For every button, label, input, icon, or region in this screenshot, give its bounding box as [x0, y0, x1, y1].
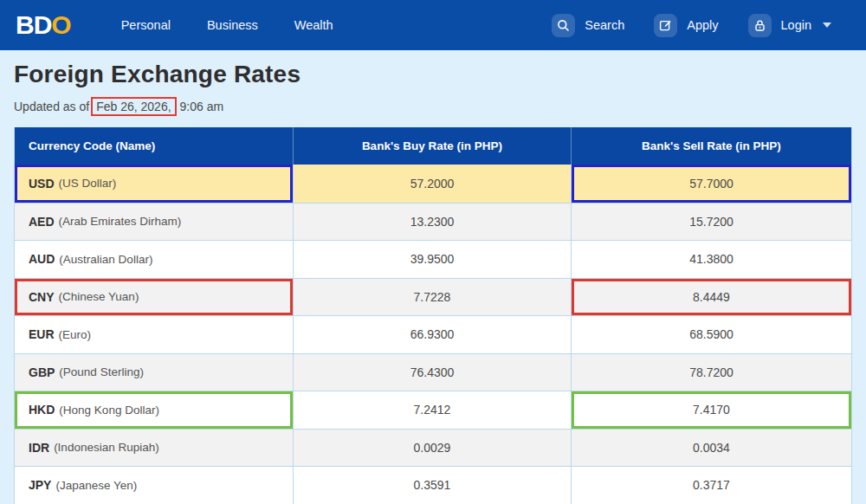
- chevron-down-icon: [823, 23, 831, 28]
- buy-rate: 39.9500: [410, 252, 455, 266]
- top-navbar: BDO Personal Business Wealth Search Appl…: [0, 0, 866, 50]
- login-button[interactable]: Login: [748, 14, 831, 37]
- sell-rate-cell: 15.7200: [572, 203, 851, 241]
- search-button[interactable]: Search: [552, 14, 624, 37]
- sell-rate-cell: 41.3800: [572, 240, 851, 278]
- currency-code: HKD: [29, 403, 55, 417]
- table-row: HKD (Hong Kong Dollar) 7.2412 7.4170: [15, 391, 851, 429]
- currency-cell: USD (US Dollar): [15, 165, 294, 203]
- buy-rate-cell: 57.2000: [294, 165, 572, 203]
- buy-rate-cell: 66.9300: [294, 315, 572, 353]
- currency-name: (Chinese Yuan): [59, 290, 139, 303]
- sell-rate-cell: 0.0034: [572, 429, 851, 467]
- updated-timestamp: Updated as of Feb 26, 2026, 9:06 am: [14, 97, 852, 116]
- header-currency-code: Currency Code (Name): [15, 127, 294, 165]
- buy-rate-cell: 39.9500: [294, 240, 572, 278]
- currency-name: (Hong Kong Dollar): [59, 404, 159, 417]
- buy-rate-cell: 0.3591: [294, 466, 572, 504]
- table-row: GBP (Pound Sterling) 76.4300 78.7200: [15, 353, 851, 391]
- sell-rate-cell: 7.4170: [572, 391, 851, 429]
- nav-item-business[interactable]: Business: [207, 18, 258, 32]
- buy-rate-cell: 76.4300: [294, 353, 572, 391]
- bdo-logo[interactable]: BDO: [16, 12, 71, 38]
- buy-rate-cell: 7.7228: [294, 278, 572, 316]
- table-body: USD (US Dollar) 57.2000 57.7000 AED (Ara…: [15, 165, 851, 504]
- sell-rate-cell: 78.7200: [572, 353, 851, 391]
- buy-rate: 66.9300: [410, 327, 455, 341]
- fx-rates-table: Currency Code (Name) Bank's Buy Rate (in…: [14, 127, 852, 504]
- currency-cell: AED (Arab Emirates Dirham): [15, 203, 294, 241]
- currency-name: (Australian Dollar): [59, 253, 152, 266]
- buy-rate-cell: 13.2300: [294, 203, 572, 241]
- buy-rate-cell: 0.0029: [294, 429, 572, 467]
- updated-time: 9:06 am: [180, 100, 224, 113]
- buy-rate: 0.0029: [414, 441, 451, 455]
- currency-code: IDR: [29, 441, 49, 455]
- currency-code: CNY: [29, 290, 55, 304]
- currency-code: AUD: [29, 252, 55, 266]
- currency-name: (Pound Sterling): [59, 365, 144, 378]
- currency-cell: HKD (Hong Kong Dollar): [15, 391, 294, 429]
- nav-item-personal[interactable]: Personal: [121, 18, 171, 32]
- currency-cell: EUR (Euro): [15, 315, 294, 353]
- currency-cell: IDR (Indonesian Rupiah): [15, 429, 294, 467]
- buy-rate-cell: 7.2412: [294, 391, 572, 429]
- lock-icon: [748, 14, 772, 37]
- buy-rate: 7.7228: [414, 290, 451, 304]
- logo-text-o: O: [51, 10, 70, 39]
- table-row: IDR (Indonesian Rupiah) 0.0029 0.0034: [15, 429, 851, 467]
- sell-rate: 15.7200: [689, 215, 734, 229]
- currency-name: (US Dollar): [59, 177, 117, 190]
- table-row: USD (US Dollar) 57.2000 57.7000: [15, 165, 851, 203]
- table-row: AED (Arab Emirates Dirham) 13.2300 15.72…: [15, 203, 851, 241]
- currency-cell: AUD (Australian Dollar): [15, 240, 294, 278]
- sell-rate-cell: 0.3717: [572, 466, 851, 504]
- currency-cell: GBP (Pound Sterling): [15, 353, 294, 391]
- currency-cell: CNY (Chinese Yuan): [15, 278, 294, 316]
- sell-rate: 41.3800: [689, 252, 734, 266]
- page-title: Foreign Exchange Rates: [14, 61, 852, 88]
- sell-rate: 7.4170: [693, 403, 730, 417]
- nav-item-wealth[interactable]: Wealth: [294, 18, 333, 32]
- sell-rate: 57.7000: [689, 177, 734, 191]
- updated-prefix: Updated as of: [14, 100, 89, 113]
- currency-name: (Euro): [59, 328, 92, 341]
- table-row: AUD (Australian Dollar) 39.9500 41.3800: [15, 240, 851, 278]
- currency-name: (Indonesian Rupiah): [54, 441, 159, 454]
- table-row: JPY (Japanese Yen) 0.3591 0.3717: [15, 466, 851, 504]
- buy-rate: 7.2412: [414, 403, 451, 417]
- search-label: Search: [585, 18, 624, 32]
- currency-name: (Japanese Yen): [55, 479, 137, 492]
- currency-name: (Arab Emirates Dirham): [59, 215, 182, 228]
- updated-date-annotation-box: Feb 26, 2026,: [91, 97, 176, 116]
- table-row: EUR (Euro) 66.9300 68.5900: [15, 315, 851, 353]
- sell-rate: 0.3717: [693, 478, 730, 492]
- nav-links: Personal Business Wealth: [121, 18, 333, 32]
- sell-rate: 68.5900: [689, 327, 734, 341]
- buy-rate: 57.2000: [410, 177, 455, 191]
- edit-icon: [654, 14, 677, 37]
- currency-code: USD: [29, 177, 55, 191]
- header-buy-rate: Bank's Buy Rate (in PHP): [294, 127, 572, 165]
- sell-rate: 0.0034: [693, 441, 730, 455]
- currency-code: JPY: [29, 478, 51, 492]
- sell-rate-cell: 57.7000: [572, 165, 851, 203]
- sell-rate-cell: 8.4449: [572, 278, 851, 316]
- search-icon: [552, 14, 575, 37]
- sell-rate: 78.7200: [689, 365, 734, 379]
- currency-code: GBP: [29, 365, 55, 379]
- page-content: Foreign Exchange Rates Updated as of Feb…: [0, 50, 866, 504]
- buy-rate: 13.2300: [410, 215, 455, 229]
- currency-cell: JPY (Japanese Yen): [15, 466, 294, 504]
- header-sell-rate: Bank's Sell Rate (in PHP): [572, 127, 851, 165]
- apply-label: Apply: [687, 18, 718, 32]
- nav-actions: Search Apply Login: [552, 14, 831, 37]
- apply-button[interactable]: Apply: [654, 14, 718, 37]
- table-row: CNY (Chinese Yuan) 7.7228 8.4449: [15, 278, 851, 316]
- currency-code: EUR: [29, 327, 55, 341]
- login-label: Login: [781, 18, 811, 32]
- sell-rate: 8.4449: [693, 290, 730, 304]
- buy-rate: 76.4300: [410, 365, 455, 379]
- sell-rate-cell: 68.5900: [572, 315, 851, 353]
- buy-rate: 0.3591: [414, 478, 451, 492]
